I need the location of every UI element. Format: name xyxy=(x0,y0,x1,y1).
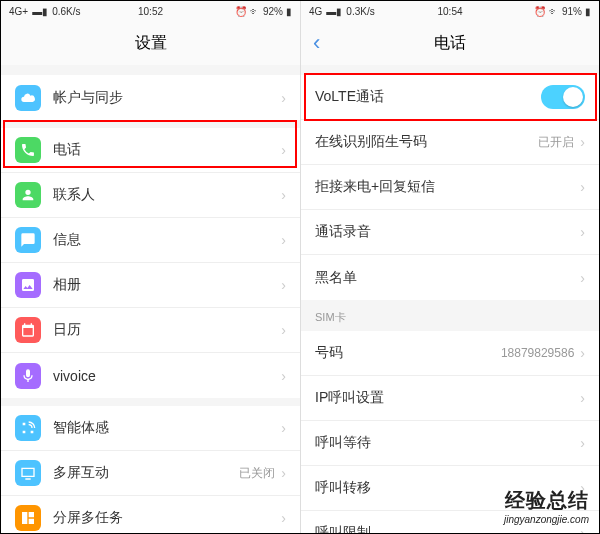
settings-group: 智能体感›多屏互动已关闭›分屏多任务›单手操作› › xyxy=(1,406,300,533)
list-item[interactable]: 多屏互动已关闭› xyxy=(1,451,300,496)
list-item[interactable]: 黑名单› xyxy=(301,255,599,300)
screen-settings: 4G+ ▬▮ 0.6K/s 10:52 ⏰ ᯤ 92% ▮ 设置 帐户与同步›电… xyxy=(1,1,300,533)
battery-pct: 91% xyxy=(562,6,582,17)
row-value: 已关闭 xyxy=(239,465,275,482)
row-label: IP呼叫设置 xyxy=(315,389,580,407)
chevron-right-icon: › xyxy=(281,232,286,248)
multiscreen-icon xyxy=(15,460,41,486)
row-label: 呼叫等待 xyxy=(315,434,580,452)
chevron-right-icon: › xyxy=(281,322,286,338)
row-label: 联系人 xyxy=(53,186,281,204)
list-item[interactable]: 智能体感› xyxy=(1,406,300,451)
row-label: 信息 xyxy=(53,231,281,249)
chevron-right-icon: › xyxy=(580,134,585,150)
phone-settings-list[interactable]: VoLTE通话在线识别陌生号码已开启›拒接来电+回复短信›通话录音›黑名单›SI… xyxy=(301,65,599,533)
battery-icon: ▮ xyxy=(585,6,591,17)
status-bar-right: 4G ▬▮ 0.3K/s 10:54 ⏰ ᯤ 91% ▮ xyxy=(301,1,599,21)
chevron-right-icon: › xyxy=(580,480,585,496)
chevron-right-icon: › xyxy=(580,435,585,451)
row-label: 通话录音 xyxy=(315,223,580,241)
chevron-right-icon: › xyxy=(580,179,585,195)
settings-group: 电话›联系人›信息›相册›日历›vivoice› xyxy=(1,128,300,398)
list-item[interactable]: vivoice› xyxy=(1,353,300,398)
alarm-icon: ⏰ xyxy=(534,6,546,17)
list-item[interactable]: 呼叫转移› xyxy=(301,466,599,511)
list-item[interactable]: 通话录音› xyxy=(301,210,599,255)
split-icon xyxy=(15,505,41,531)
chevron-right-icon: › xyxy=(281,368,286,384)
nav-bar-right: ‹ 电话 xyxy=(301,21,599,65)
list-item[interactable]: 联系人› xyxy=(1,173,300,218)
row-label: vivoice xyxy=(53,368,281,384)
list-item[interactable]: 相册› xyxy=(1,263,300,308)
status-bar-left: 4G+ ▬▮ 0.6K/s 10:52 ⏰ ᯤ 92% ▮ xyxy=(1,1,300,21)
row-value: 已开启 xyxy=(538,134,574,151)
page-title: 电话 xyxy=(434,33,466,54)
list-item[interactable]: 号码18879829586› xyxy=(301,331,599,376)
chevron-right-icon: › xyxy=(281,142,286,158)
list-item[interactable]: VoLTE通话 xyxy=(301,75,599,120)
cloud-icon xyxy=(15,85,41,111)
list-item[interactable]: 拒接来电+回复短信› xyxy=(301,165,599,210)
back-button[interactable]: ‹ xyxy=(313,30,320,56)
phone-group-sim: 号码18879829586›IP呼叫设置›呼叫等待›呼叫转移›呼叫限制›语音信箱… xyxy=(301,331,599,533)
list-item[interactable]: 信息› xyxy=(1,218,300,263)
chevron-right-icon: › xyxy=(580,224,585,240)
signal-icon: ▬▮ xyxy=(32,6,48,17)
list-item[interactable]: 分屏多任务› xyxy=(1,496,300,533)
row-label: 黑名单 xyxy=(315,269,580,287)
nav-bar-left: 设置 xyxy=(1,21,300,65)
row-label: 拒接来电+回复短信 xyxy=(315,178,580,196)
row-label: 智能体感 xyxy=(53,419,281,437)
chevron-right-icon: › xyxy=(281,90,286,106)
row-label: 日历 xyxy=(53,321,281,339)
chevron-right-icon: › xyxy=(281,465,286,481)
row-label: 帐户与同步 xyxy=(53,89,281,107)
row-label: 在线识别陌生号码 xyxy=(315,133,538,151)
phone-group-top: VoLTE通话在线识别陌生号码已开启›拒接来电+回复短信›通话录音›黑名单› xyxy=(301,75,599,300)
battery-pct: 92% xyxy=(263,6,283,17)
row-label: 呼叫转移 xyxy=(315,479,580,497)
list-item[interactable]: 日历› xyxy=(1,308,300,353)
alarm-icon: ⏰ xyxy=(235,6,247,17)
contacts-icon xyxy=(15,182,41,208)
row-label: 相册 xyxy=(53,276,281,294)
list-item[interactable]: 呼叫限制› xyxy=(301,511,599,533)
chevron-right-icon: › xyxy=(281,187,286,203)
album-icon xyxy=(15,272,41,298)
list-item[interactable]: 帐户与同步› xyxy=(1,75,300,120)
list-item[interactable]: 呼叫等待› xyxy=(301,421,599,466)
message-icon xyxy=(15,227,41,253)
calendar-icon xyxy=(15,317,41,343)
network-type: 4G+ xyxy=(9,6,28,17)
settings-list[interactable]: 帐户与同步›电话›联系人›信息›相册›日历›vivoice›智能体感›多屏互动已… xyxy=(1,65,300,533)
list-item[interactable]: IP呼叫设置› xyxy=(301,376,599,421)
screen-phone-settings: 4G ▬▮ 0.3K/s 10:54 ⏰ ᯤ 91% ▮ ‹ 电话 VoLTE通… xyxy=(300,1,599,533)
chevron-right-icon: › xyxy=(580,525,585,533)
motion-icon xyxy=(15,415,41,441)
row-label: VoLTE通话 xyxy=(315,88,541,106)
clock: 10:54 xyxy=(437,6,462,17)
chevron-right-icon: › xyxy=(281,277,286,293)
row-value: 18879829586 xyxy=(501,346,574,360)
signal-icon: ▬▮ xyxy=(326,6,342,17)
row-label: 电话 xyxy=(53,141,281,159)
wifi-icon: ᯤ xyxy=(549,6,559,17)
phone-icon xyxy=(15,137,41,163)
chevron-right-icon: › xyxy=(580,390,585,406)
section-header-sim: SIM卡 xyxy=(301,300,599,331)
row-label: 号码 xyxy=(315,344,501,362)
wifi-icon: ᯤ xyxy=(250,6,260,17)
chevron-right-icon: › xyxy=(281,510,286,526)
clock: 10:52 xyxy=(138,6,163,17)
settings-group: 帐户与同步› xyxy=(1,75,300,120)
voice-icon xyxy=(15,363,41,389)
toggle-switch[interactable] xyxy=(541,85,585,109)
network-type: 4G xyxy=(309,6,322,17)
list-item[interactable]: 电话› xyxy=(1,128,300,173)
row-label: 多屏互动 xyxy=(53,464,239,482)
row-label: 分屏多任务 xyxy=(53,509,281,527)
row-label: 呼叫限制 xyxy=(315,524,580,533)
chevron-right-icon: › xyxy=(281,420,286,436)
list-item[interactable]: 在线识别陌生号码已开启› xyxy=(301,120,599,165)
